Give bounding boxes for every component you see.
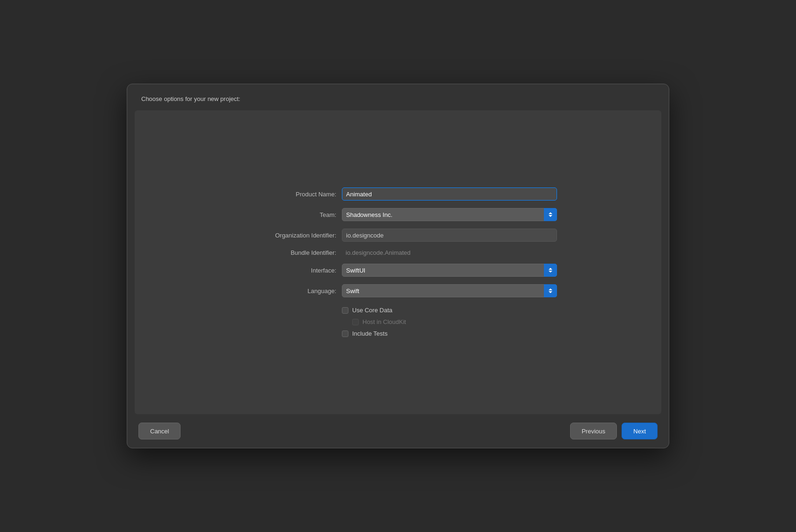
- team-stepper[interactable]: [544, 208, 557, 221]
- include-tests-label: Include Tests: [352, 330, 388, 337]
- language-stepper[interactable]: [544, 284, 557, 297]
- bundle-id-row: Bundle Identifier: io.designcode.Animate…: [239, 249, 557, 256]
- interface-stepper[interactable]: [544, 264, 557, 277]
- interface-stepper-up-icon: [549, 268, 552, 270]
- host-in-cloudkit-row: Host in CloudKit: [352, 318, 406, 325]
- interface-label: Interface:: [239, 267, 342, 274]
- team-select[interactable]: Shadowness Inc.: [342, 208, 557, 221]
- interface-select-wrapper: SwiftUI: [342, 264, 557, 277]
- team-stepper-up-icon: [549, 212, 552, 214]
- dialog-title: Choose options for your new project:: [141, 95, 240, 102]
- footer-right-buttons: Previous Next: [570, 423, 658, 439]
- org-id-row: Organization Identifier:: [239, 229, 557, 242]
- language-select[interactable]: Swift: [342, 284, 557, 297]
- interface-select[interactable]: SwiftUI: [342, 264, 557, 277]
- bundle-id-label: Bundle Identifier:: [239, 249, 342, 256]
- dialog-header: Choose options for your new project:: [127, 84, 669, 110]
- team-label: Team:: [239, 211, 342, 218]
- host-in-cloudkit-checkbox[interactable]: [352, 319, 359, 325]
- team-select-wrapper: Shadowness Inc.: [342, 208, 557, 221]
- language-row: Language: Swift: [239, 284, 557, 297]
- team-row: Team: Shadowness Inc.: [239, 208, 557, 221]
- next-button[interactable]: Next: [622, 423, 658, 439]
- team-stepper-down-icon: [549, 215, 552, 217]
- use-core-data-label: Use Core Data: [352, 307, 392, 314]
- previous-button[interactable]: Previous: [570, 423, 617, 439]
- product-name-row: Product Name:: [239, 187, 557, 201]
- interface-stepper-down-icon: [549, 271, 552, 273]
- form-container: Product Name: Team: Shadowness Inc.: [239, 187, 557, 337]
- checkboxes-section: Use Core Data Host in CloudKit Include T…: [239, 305, 557, 337]
- org-id-label: Organization Identifier:: [239, 232, 342, 239]
- use-core-data-checkbox[interactable]: [342, 307, 348, 314]
- new-project-dialog: Choose options for your new project: Pro…: [127, 84, 669, 448]
- product-name-input[interactable]: [342, 187, 557, 201]
- cancel-button[interactable]: Cancel: [138, 423, 181, 439]
- use-core-data-row: Use Core Data: [342, 307, 406, 314]
- dialog-content: Product Name: Team: Shadowness Inc.: [135, 110, 661, 414]
- language-select-wrapper: Swift: [342, 284, 557, 297]
- language-label: Language:: [239, 288, 342, 295]
- dialog-footer: Cancel Previous Next: [127, 414, 669, 448]
- language-stepper-up-icon: [549, 288, 552, 290]
- interface-row: Interface: SwiftUI: [239, 264, 557, 277]
- include-tests-row: Include Tests: [342, 330, 406, 337]
- product-name-label: Product Name:: [239, 191, 342, 198]
- host-in-cloudkit-label: Host in CloudKit: [362, 318, 406, 325]
- org-id-input[interactable]: [342, 229, 557, 242]
- language-stepper-down-icon: [549, 291, 552, 293]
- checkboxes-container: Use Core Data Host in CloudKit Include T…: [342, 307, 406, 337]
- bundle-id-value: io.designcode.Animated: [342, 249, 557, 256]
- include-tests-checkbox[interactable]: [342, 331, 348, 337]
